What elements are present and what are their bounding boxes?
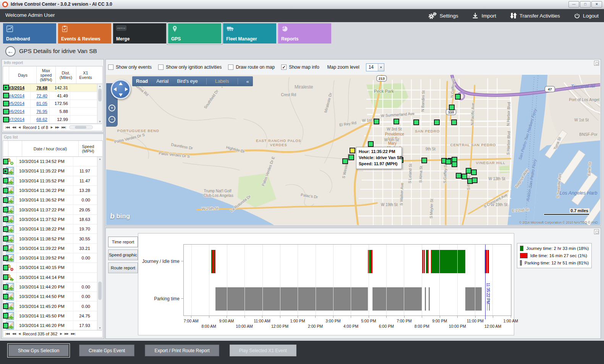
gps-list-row[interactable]: 10/3/2014 11:45:20 PM0.00	[3, 301, 97, 311]
gps-marker[interactable]	[413, 119, 419, 125]
panel-collapse-button[interactable]	[594, 61, 599, 66]
fast-next-icon[interactable]: ▶▶	[65, 332, 68, 335]
gps-marker-selected[interactable]	[350, 148, 355, 153]
pan-right-icon[interactable]	[125, 87, 128, 91]
settings-button[interactable]: Settings	[428, 12, 458, 19]
gps-list-row[interactable]: 10/3/2014 11:37:22 PM29.05	[3, 205, 97, 214]
close-button[interactable]: ✕	[591, 1, 602, 8]
gps-marker[interactable]	[455, 94, 461, 100]
info-report-row[interactable]: 10/7/201468.6212.99	[3, 116, 97, 124]
minimize-button[interactable]: —	[568, 1, 579, 8]
gps-marker[interactable]	[374, 119, 379, 124]
map-style-road[interactable]: Road	[136, 79, 148, 84]
first-page-icon[interactable]: |◀◀	[5, 126, 9, 129]
map-zoom-out-button[interactable]: −	[108, 116, 115, 123]
next-page-icon[interactable]: ▶	[60, 332, 62, 335]
gps-list-row[interactable]: 10/3/2014 11:45:50 PM24.75	[3, 311, 97, 321]
scrollbar-thumb[interactable]	[98, 89, 102, 101]
panel-collapse-button[interactable]	[594, 229, 599, 234]
gps-marker[interactable]	[393, 119, 399, 124]
max-speed-link[interactable]: 68.62	[36, 117, 47, 122]
gps-marker[interactable]	[462, 174, 467, 179]
gps-list-row[interactable]: 10/3/2014 11:38:22 PM19.70	[3, 224, 97, 234]
pan-left-icon[interactable]	[113, 87, 117, 91]
info-report-row[interactable]: 10/6/201476.955.88	[3, 108, 97, 116]
map-zoom-in-button[interactable]: +	[108, 105, 115, 111]
last-page-icon[interactable]: ▶▶|	[71, 332, 75, 335]
gps-list-row[interactable]: 10/3/2014 11:44:50 PM0.00	[3, 292, 97, 301]
gps-marker[interactable]	[471, 169, 477, 175]
gps-list-row[interactable]: 10/3/2014 11:39:52 PM0.00	[3, 253, 97, 263]
show-only-events-checkbox[interactable]: Show only events	[108, 64, 152, 70]
max-speed-link[interactable]: 72.40	[36, 93, 47, 98]
gps-marker[interactable]	[421, 158, 427, 163]
map-bar-collapse-icon[interactable]: «	[246, 79, 249, 84]
prev-page-icon[interactable]: ◀	[18, 332, 20, 335]
scrollbar-thumb[interactable]	[98, 282, 102, 300]
info-report-row[interactable]: ▶10/3/201478.68142.31	[3, 84, 97, 92]
show-gps-selection-button[interactable]: Show Gps Selection	[8, 345, 69, 356]
gps-list-row[interactable]: 10/3/2014 11:35:52 PM11.47	[3, 176, 97, 186]
horizontal-scrollbar[interactable]	[69, 125, 93, 129]
show-only-ignition-activities-checkbox[interactable]: Show only ignition activities	[158, 64, 222, 70]
scroll-up-icon[interactable]: ▲	[97, 85, 102, 87]
draw-route-on-map-checkbox[interactable]: Draw route on map	[228, 64, 275, 70]
tab-time-report[interactable]: Time report	[108, 237, 138, 247]
gps-list-row[interactable]: 10/3/2014 11:40:15 PM	[3, 263, 97, 272]
export-print-route-report-button[interactable]: Export / Print Route Report	[145, 345, 219, 356]
vertical-scrollbar[interactable]: ▲ ▼	[97, 84, 102, 124]
map-style-bird-s-eye[interactable]: Bird's eye	[177, 79, 198, 84]
gps-marker[interactable]	[445, 159, 451, 164]
info-report-row[interactable]: 10/5/201481.05172.56	[3, 100, 97, 108]
map-canvas[interactable]: 21311047 Burma RdCrest RdSouthfield DrMi…	[106, 75, 600, 225]
gps-marker[interactable]	[348, 155, 354, 160]
gps-marker[interactable]	[451, 119, 457, 125]
map-zoom-select[interactable]: 14 ▼	[366, 63, 384, 71]
chevron-down-icon[interactable]: ▼	[378, 64, 384, 71]
column-header-x1-events[interactable]: X1 Events	[76, 66, 95, 84]
pan-up-icon[interactable]	[119, 82, 123, 85]
gps-list-row[interactable]: 10/3/2014 11:36:52 PM0.00	[3, 195, 97, 205]
nav-tile-gps[interactable]: GPS	[168, 23, 221, 43]
gps-list-row[interactable]: 10/3/2014 11:39:22 PM33.21	[3, 244, 97, 253]
pan-down-icon[interactable]	[119, 93, 123, 97]
gps-list-row[interactable]: 10/3/2014 11:44:20 PM0.00	[3, 282, 97, 292]
transfer-activities-button[interactable]: Transfer Activities	[510, 12, 560, 19]
prev-page-icon[interactable]: ◀	[18, 126, 20, 129]
logout-button[interactable]: Logout	[574, 13, 599, 19]
info-report-row[interactable]: 10/4/201472.4041.49	[3, 92, 97, 100]
back-button[interactable]: ←	[5, 46, 16, 56]
last-page-icon[interactable]: ▶▶|	[62, 126, 65, 129]
tab-speed-graphic[interactable]: Speed graphic	[108, 250, 138, 260]
max-speed-link[interactable]: 78.68	[36, 85, 47, 90]
nav-tile-merge[interactable]: MERGEMerge	[113, 23, 166, 43]
gps-list-row[interactable]: 10/3/2014 11:38:52 PM30.55	[3, 234, 97, 243]
gps-marker[interactable]	[452, 161, 457, 167]
gps-list-row[interactable]: ▶10/3/2014 11:35:22 PM11.97	[3, 166, 97, 176]
nav-tile-fleet-manager[interactable]: Fleet Manager	[223, 23, 276, 43]
tab-route-report[interactable]: Route report	[108, 263, 138, 273]
gps-marker[interactable]	[434, 119, 440, 125]
scroll-up-icon[interactable]: ▲	[97, 158, 102, 160]
column-header-datetime[interactable]: Date / hour (local)	[22, 141, 79, 156]
nav-tile-dashboard[interactable]: Dashboard	[3, 23, 56, 43]
first-page-icon[interactable]: |◀◀	[5, 332, 9, 335]
vertical-scrollbar[interactable]: ▲ ▼	[97, 157, 102, 330]
gps-list-row[interactable]: 10/3/2014 11:36:22 PM13.28	[3, 186, 97, 195]
import-button[interactable]: Import	[472, 12, 496, 19]
gps-marker[interactable]	[466, 168, 471, 174]
nav-tile-events-reviews[interactable]: Events & Reviews	[58, 23, 111, 43]
column-header-speed[interactable]: Speed (MPH)	[79, 141, 97, 156]
fast-prev-icon[interactable]: ◀◀	[12, 332, 16, 335]
map-style-labels[interactable]: Labels	[215, 79, 229, 84]
map-pan-compass[interactable]	[111, 79, 131, 99]
gps-list-row[interactable]: 10/3/2014 11:44:14 PM	[3, 273, 97, 282]
maximize-button[interactable]: □	[580, 1, 591, 8]
scroll-down-icon[interactable]: ▼	[97, 327, 102, 329]
gps-marker[interactable]	[342, 158, 348, 164]
column-header-dist[interactable]: Dist. (Miles)	[56, 66, 76, 84]
max-speed-link[interactable]: 76.95	[36, 109, 47, 114]
fast-prev-icon[interactable]: ◀◀	[12, 126, 16, 129]
show-map-info-checkbox[interactable]: ✓Show map info	[281, 64, 319, 70]
column-header-max-speed[interactable]: Max speed (MPH)	[37, 66, 56, 84]
